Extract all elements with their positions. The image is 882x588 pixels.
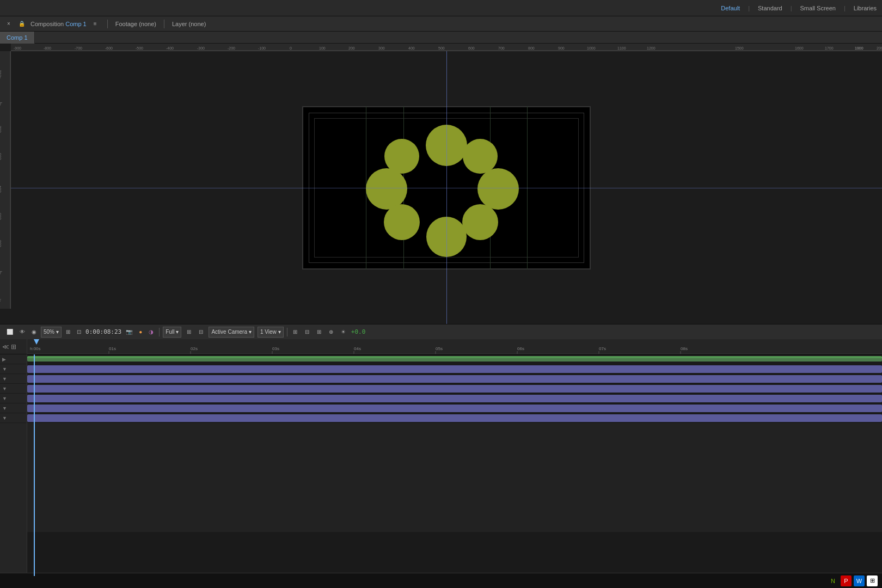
comp-name-link[interactable]: Comp 1 bbox=[65, 21, 87, 27]
svg-text:05s: 05s bbox=[436, 346, 443, 351]
svg-text:-500: -500 bbox=[136, 46, 143, 50]
dot-bot-left[interactable] bbox=[384, 204, 420, 240]
timecode-display: 0:00:08:23 bbox=[85, 328, 121, 335]
timeline-expand-icon[interactable]: ≪ bbox=[2, 343, 9, 351]
layer-arrow-5[interactable]: ▼ bbox=[2, 396, 7, 401]
dot-bot-right[interactable] bbox=[462, 204, 498, 240]
svg-text:02s: 02s bbox=[191, 346, 198, 351]
layer-arrow-1[interactable]: ▶ bbox=[2, 357, 6, 362]
layer-arrow-6[interactable]: ▼ bbox=[2, 406, 7, 411]
svg-text:-100: -100 bbox=[258, 46, 266, 50]
track-bar-7[interactable] bbox=[27, 414, 882, 422]
track-bar-2[interactable] bbox=[27, 365, 882, 373]
svg-text:1500: 1500 bbox=[735, 46, 744, 50]
quality-icon-1[interactable]: ⊞ bbox=[185, 327, 193, 338]
svg-text:-300: -300 bbox=[197, 46, 205, 50]
close-icon[interactable]: × bbox=[4, 20, 13, 28]
exposure-value: +0.0 bbox=[351, 328, 366, 335]
svg-text:-900: -900 bbox=[14, 46, 21, 50]
timeline-home-icon[interactable]: ⊞ bbox=[11, 343, 16, 351]
taskbar: N P W ⊞ bbox=[0, 573, 882, 588]
toolbar-group-left: ⬜ 👁 ◉ 50% ▾ ⊞ ⊡ 0:00:08:23 📷 ● ◑ bbox=[4, 327, 156, 338]
tab-comp1[interactable]: Comp 1 bbox=[0, 32, 35, 44]
taskbar-icon-nvidia[interactable]: N bbox=[828, 575, 838, 586]
svg-text:1600: 1600 bbox=[795, 46, 804, 50]
gizmo-icon[interactable]: ⊕ bbox=[327, 327, 335, 338]
layer-arrow-3[interactable]: ▼ bbox=[2, 376, 7, 382]
workspace-standard[interactable]: Standard bbox=[758, 5, 782, 11]
svg-text:03s: 03s bbox=[272, 346, 279, 351]
quality-arrow: ▾ bbox=[176, 329, 179, 335]
exposure-icon[interactable]: ☀ bbox=[339, 327, 348, 338]
horizontal-center-guide bbox=[11, 188, 882, 188]
render-icon[interactable]: ⊞ bbox=[291, 327, 299, 338]
layer-arrow-4[interactable]: ▼ bbox=[2, 386, 7, 391]
workspace-small-screen[interactable]: Small Screen bbox=[800, 5, 836, 11]
snap-icon[interactable]: ⊟ bbox=[303, 327, 311, 338]
svg-text:1900: 1900 bbox=[855, 46, 863, 50]
layer-label: Layer (none) bbox=[172, 21, 206, 27]
workspace-sep1: | bbox=[748, 5, 750, 11]
color-icon[interactable]: ● bbox=[137, 327, 144, 338]
svg-text:07s: 07s bbox=[599, 346, 606, 351]
view-dropdown[interactable]: 1 View ▾ bbox=[258, 327, 284, 338]
fit-btn[interactable]: ⊞ bbox=[64, 327, 72, 338]
timeline-header-left: ≪ ⊞ bbox=[0, 339, 27, 354]
track-empty-area bbox=[27, 423, 882, 532]
svg-text:Co2: Co2 bbox=[0, 126, 2, 133]
reset-view-btn[interactable]: ⬜ bbox=[4, 327, 15, 338]
3d-btn[interactable]: ◉ bbox=[29, 327, 39, 338]
svg-text:400: 400 bbox=[408, 46, 415, 50]
dot-top-left[interactable] bbox=[384, 139, 419, 174]
camera-dropdown[interactable]: Active Camera ▾ bbox=[209, 327, 254, 338]
grid-icon[interactable]: ⊞ bbox=[315, 327, 323, 338]
layer-row-3: ▼ bbox=[0, 374, 27, 384]
taskbar-icon-white[interactable]: ⊞ bbox=[867, 575, 878, 586]
track-bar-3[interactable] bbox=[27, 375, 882, 383]
lock-icon[interactable]: 🔒 bbox=[17, 20, 26, 28]
layer-arrow-7[interactable]: ▼ bbox=[2, 415, 7, 421]
track-bar-6[interactable] bbox=[27, 405, 882, 412]
workspace-switcher: Default | Standard | Small Screen | Libr… bbox=[721, 5, 877, 11]
region-btn[interactable]: ⊡ bbox=[75, 327, 83, 338]
zoom-dropdown[interactable]: 50% ▾ bbox=[41, 327, 62, 338]
svg-text:600: 600 bbox=[468, 46, 475, 50]
preview-btn[interactable]: 👁 bbox=[17, 327, 27, 338]
track-bar-4[interactable] bbox=[27, 385, 882, 393]
svg-text:-q: -q bbox=[0, 271, 2, 274]
workspace-default[interactable]: Default bbox=[721, 5, 740, 11]
svg-text:Co6: Co6 bbox=[0, 240, 2, 247]
svg-text:1700: 1700 bbox=[825, 46, 834, 50]
taskbar-icon-red[interactable]: P bbox=[841, 575, 852, 586]
track-bar-5[interactable] bbox=[27, 395, 882, 402]
quality-icon-2[interactable]: ⊟ bbox=[197, 327, 205, 338]
dot-mid-left[interactable] bbox=[366, 168, 407, 210]
svg-text:-q: -q bbox=[0, 102, 2, 106]
tab-bar: Comp 1 bbox=[0, 32, 882, 44]
layer-row-4: ▼ bbox=[0, 384, 27, 394]
layer-row-6: ▼ bbox=[0, 403, 27, 413]
quality-dropdown[interactable]: Full ▾ bbox=[163, 327, 181, 338]
svg-text:08s: 08s bbox=[681, 346, 688, 351]
panel-bar: × 🔒 Composition Comp 1 ≡ Footage (none) … bbox=[0, 16, 882, 32]
svg-text:-200: -200 bbox=[228, 46, 235, 50]
panel-menu-icon[interactable]: ≡ bbox=[91, 20, 100, 28]
dot-top-right[interactable] bbox=[463, 139, 498, 174]
taskbar-icon-blue[interactable]: W bbox=[854, 575, 865, 586]
layer-arrow-2[interactable]: ▼ bbox=[2, 366, 7, 372]
dot-mid-right[interactable] bbox=[477, 168, 519, 210]
workspace-sep3: | bbox=[844, 5, 846, 11]
ruler-horizontal: -900 -800 -700 -600 -500 -400 -300 -200 … bbox=[11, 44, 882, 51]
svg-text:100: 100 bbox=[319, 46, 326, 50]
workspace-libraries[interactable]: Libraries bbox=[854, 5, 877, 11]
motion-blur-icon[interactable]: ◑ bbox=[146, 327, 156, 338]
layer-row-2: ▼ bbox=[0, 364, 27, 374]
svg-text:h:00s: h:00s bbox=[30, 346, 41, 351]
svg-text:900: 900 bbox=[558, 46, 565, 50]
toolbar-sep-2 bbox=[287, 328, 287, 336]
svg-text:700: 700 bbox=[498, 46, 505, 50]
panel-divider-2 bbox=[164, 20, 164, 28]
camera-icon[interactable]: 📷 bbox=[124, 327, 134, 338]
svg-text:-700: -700 bbox=[75, 46, 82, 50]
layer-row-1: ▶ bbox=[0, 354, 27, 364]
